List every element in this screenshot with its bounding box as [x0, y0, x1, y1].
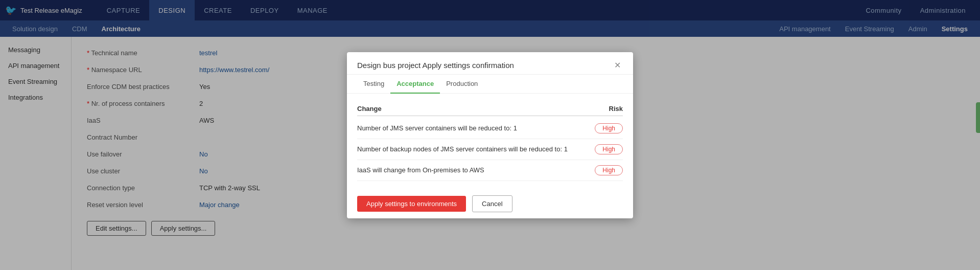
tab-production[interactable]: Production: [440, 75, 484, 94]
risk-badge-0: High: [595, 123, 623, 133]
tab-testing[interactable]: Testing: [357, 75, 390, 94]
risk-badge-2: High: [595, 165, 623, 175]
modal-header: Design bus project Apply settings confir…: [347, 52, 633, 75]
modal-footer: Apply settings to environments Cancel: [347, 189, 633, 218]
header-risk: Risk: [609, 105, 623, 112]
tab-acceptance[interactable]: Acceptance: [390, 75, 440, 94]
modal-tabs: Testing Acceptance Production: [347, 75, 633, 94]
change-text-0: Number of JMS server containers will be …: [357, 124, 595, 132]
modal-close-button[interactable]: ✕: [612, 60, 623, 70]
table-row: Number of JMS server containers will be …: [357, 118, 623, 139]
table-row: IaaS will change from On-premises to AWS…: [357, 160, 623, 181]
modal-dialog: Design bus project Apply settings confir…: [347, 52, 633, 218]
change-text-1: Number of backup nodes of JMS server con…: [357, 145, 595, 153]
table-row: Number of backup nodes of JMS server con…: [357, 139, 623, 160]
modal-overlay: Design bus project Apply settings confir…: [0, 0, 980, 270]
table-header: Change Risk: [357, 102, 623, 116]
risk-badge-1: High: [595, 144, 623, 154]
modal-body: Change Risk Number of JMS server contain…: [347, 94, 633, 189]
apply-environments-button[interactable]: Apply settings to environments: [357, 196, 466, 212]
change-table: Change Risk Number of JMS server contain…: [357, 102, 623, 181]
modal-title: Design bus project Apply settings confir…: [357, 61, 514, 70]
header-change: Change: [357, 105, 382, 112]
cancel-button[interactable]: Cancel: [472, 195, 512, 212]
change-text-2: IaaS will change from On-premises to AWS: [357, 166, 595, 174]
